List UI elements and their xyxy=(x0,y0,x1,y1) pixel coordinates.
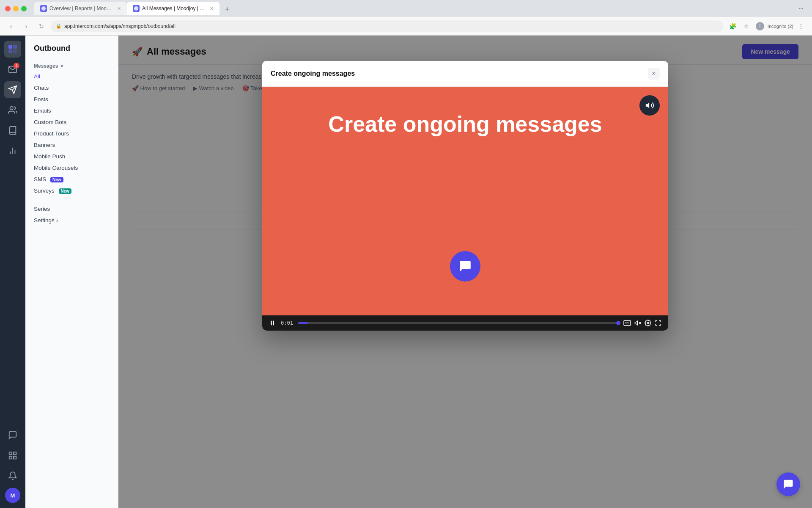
svg-marker-16 xyxy=(646,103,649,108)
settings-chevron-icon: › xyxy=(56,217,58,224)
nav-item-banners[interactable]: Banners xyxy=(25,139,118,151)
svg-rect-18 xyxy=(273,321,274,326)
svg-point-0 xyxy=(41,6,46,11)
inbox-badge: 1 xyxy=(14,63,19,69)
svg-rect-15 xyxy=(14,456,16,459)
nav-item-all[interactable]: All xyxy=(25,71,118,82)
modal-title: Create ongoing messages xyxy=(271,70,355,77)
video-progress-dot xyxy=(616,321,620,325)
tab-1[interactable]: Overview | Reports | Moodjoy ✕ xyxy=(34,2,127,15)
close-window-button[interactable] xyxy=(5,6,11,11)
svg-point-24 xyxy=(647,322,649,324)
video-controls: 0:01 CC xyxy=(262,315,668,331)
sidebar-icon-users[interactable] xyxy=(4,102,21,119)
svg-rect-5 xyxy=(13,50,17,53)
video-pause-button[interactable] xyxy=(269,320,276,326)
browser-toolbar: ‹ › ↻ 🔒 app.intercom.com/a/apps/nnsgmgob… xyxy=(0,17,812,36)
svg-rect-14 xyxy=(9,456,12,459)
nav-item-emails[interactable]: Emails xyxy=(25,105,118,116)
sidebar-icon-notifications[interactable] xyxy=(4,467,21,484)
app-nav: Outbound Messages ▼ All Chats Posts Emai… xyxy=(25,36,118,508)
nav-item-series[interactable]: Series xyxy=(25,203,118,215)
extensions-icon[interactable]: 🧩 xyxy=(727,20,739,32)
toolbar-icons: 🧩 ☆ I Incognito (2) ⋮ xyxy=(727,20,807,32)
nav-item-mobile-carousels[interactable]: Mobile Carousels xyxy=(25,162,118,174)
nav-item-sms[interactable]: SMS New xyxy=(25,174,118,185)
nav-title: Outbound xyxy=(25,44,118,60)
tab-1-title: Overview | Reports | Moodjoy xyxy=(49,6,113,11)
sidebar-icon-outbound[interactable] xyxy=(4,81,21,98)
lock-icon: 🔒 xyxy=(56,23,62,29)
traffic-lights xyxy=(5,6,27,11)
video-volume-button[interactable] xyxy=(634,320,641,326)
create-ongoing-messages-modal: Create ongoing messages × Create on xyxy=(262,61,668,331)
intercom-chat-widget[interactable] xyxy=(776,472,800,496)
tab-2[interactable]: All Messages | Moodjoy | Inter... ✕ xyxy=(127,2,219,15)
modal-close-button[interactable]: × xyxy=(648,68,660,80)
incognito-label: Incognito (2) xyxy=(768,24,793,29)
video-progress-fill xyxy=(298,322,308,324)
nav-section-messages[interactable]: Messages ▼ xyxy=(25,60,118,71)
video-cc-button[interactable]: CC xyxy=(623,320,631,326)
new-tab-button[interactable]: + xyxy=(221,3,233,15)
profile-icon[interactable]: I xyxy=(754,20,766,32)
svg-rect-12 xyxy=(9,452,12,455)
sidebar-icon-avatar[interactable]: M xyxy=(5,488,20,503)
tab-2-close[interactable]: ✕ xyxy=(210,6,214,11)
nav-item-mobile-push[interactable]: Mobile Push xyxy=(25,151,118,162)
browser-titlebar: Overview | Reports | Moodjoy ✕ All Messa… xyxy=(0,0,812,17)
svg-rect-2 xyxy=(8,45,12,49)
nav-section-messages-label: Messages xyxy=(34,63,58,69)
svg-text:CC: CC xyxy=(625,322,629,325)
svg-rect-4 xyxy=(8,50,12,53)
video-fullscreen-button[interactable] xyxy=(655,320,661,326)
tab-1-close[interactable]: ✕ xyxy=(117,6,121,11)
settings-label: Settings xyxy=(34,217,55,224)
sms-badge: New xyxy=(50,177,63,182)
main-content: 🚀 All messages New message Drive growth … xyxy=(118,36,812,508)
video-title: Create ongoing messages xyxy=(328,112,602,136)
chevron-down-icon: ▼ xyxy=(60,64,64,69)
nav-item-product-tours[interactable]: Product Tours xyxy=(25,128,118,139)
sidebar-icon-support-chat[interactable] xyxy=(4,427,21,444)
nav-item-posts[interactable]: Posts xyxy=(25,94,118,105)
minimize-window-button[interactable] xyxy=(13,6,19,11)
modal-overlay[interactable]: Create ongoing messages × Create on xyxy=(118,36,812,508)
video-chat-bubble[interactable] xyxy=(450,251,480,282)
svg-point-1 xyxy=(134,6,138,11)
address-bar[interactable]: 🔒 app.intercom.com/a/apps/nnsgmgob/outbo… xyxy=(51,20,724,32)
svg-marker-21 xyxy=(635,321,637,325)
video-progress-bar[interactable] xyxy=(298,322,618,324)
app-content: 1 xyxy=(0,36,812,508)
sidebar-icon-apps[interactable] xyxy=(4,447,21,464)
app-sidebar-icons: 1 xyxy=(0,36,25,508)
browser-tabs: Overview | Reports | Moodjoy ✕ All Messa… xyxy=(34,2,413,15)
sidebar-icon-logo[interactable] xyxy=(4,41,21,58)
video-container: Create ongoing messages xyxy=(262,87,668,315)
address-text: app.intercom.com/a/apps/nnsgmgob/outboun… xyxy=(64,23,176,29)
sidebar-icon-inbox[interactable]: 1 xyxy=(4,61,21,78)
svg-rect-3 xyxy=(13,45,17,49)
nav-item-chats[interactable]: Chats xyxy=(25,82,118,94)
sidebar-icon-reports[interactable] xyxy=(4,122,21,139)
browser-frame: Overview | Reports | Moodjoy ✕ All Messa… xyxy=(0,0,812,508)
forward-button[interactable]: › xyxy=(20,20,32,32)
nav-item-settings[interactable]: Settings › xyxy=(25,215,118,226)
surveys-badge: New xyxy=(59,188,72,194)
tab-2-title: All Messages | Moodjoy | Inter... xyxy=(142,6,206,11)
video-controls-right: CC xyxy=(623,320,661,326)
video-settings-button[interactable] xyxy=(645,320,651,326)
maximize-window-button[interactable] xyxy=(21,6,27,11)
back-button[interactable]: ‹ xyxy=(5,20,17,32)
svg-point-8 xyxy=(10,107,13,110)
menu-icon[interactable]: ⋮ xyxy=(795,20,807,32)
bookmark-icon[interactable]: ☆ xyxy=(741,20,752,32)
sidebar-icon-metrics[interactable] xyxy=(4,142,21,159)
nav-item-custom-bots[interactable]: Custom Bots xyxy=(25,116,118,128)
tab-2-favicon xyxy=(133,5,140,12)
refresh-button[interactable]: ↻ xyxy=(36,20,47,32)
video-time: 0:01 xyxy=(281,320,293,326)
nav-item-surveys[interactable]: Surveys New xyxy=(25,185,118,196)
video-mute-button[interactable] xyxy=(639,95,660,116)
tab-1-favicon xyxy=(40,5,47,12)
